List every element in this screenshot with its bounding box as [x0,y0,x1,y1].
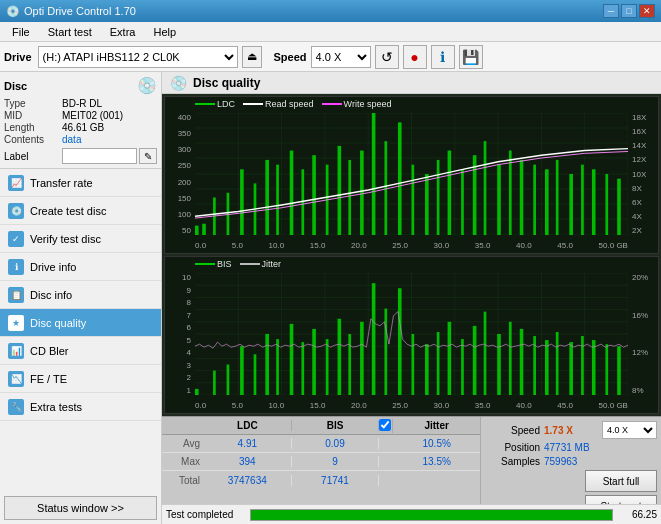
minimize-button[interactable]: ─ [603,4,619,18]
menu-help[interactable]: Help [145,24,184,40]
extra-tests-icon: 🔧 [8,399,24,415]
disc-info-icon: 📋 [8,287,24,303]
svg-rect-106 [569,342,573,395]
svg-rect-96 [448,322,452,395]
disc-quality-icon: ★ [8,315,24,331]
disc-label-input[interactable] [62,148,137,164]
sidebar-item-cd-bler[interactable]: 📊 CD Bler [0,337,161,365]
legend-read-speed: Read speed [243,99,314,109]
svg-rect-85 [312,329,316,395]
legend-write-speed: Write speed [322,99,392,109]
svg-rect-54 [617,179,621,235]
length-label: Length [4,122,62,133]
sidebar-item-fe-te[interactable]: 📉 FE / TE [0,365,161,393]
bis-header: BIS [292,420,380,431]
toolbar: Drive (H:) ATAPI iHBS112 2 CL0K ⏏ Speed … [0,42,661,72]
chart-ldc: LDC Read speed Write speed 400 350 30 [164,96,659,254]
chart2-legend: BIS Jitter [195,259,281,269]
svg-rect-35 [384,141,387,235]
sidebar-item-create-test-disc[interactable]: 💿 Create test disc [0,197,161,225]
contents-value: data [62,134,81,145]
jitter-checkbox[interactable] [379,419,391,431]
status-bar: Test completed 66.25 [162,504,661,524]
svg-rect-49 [556,160,559,235]
disc-label-edit-button[interactable]: ✎ [139,148,157,164]
svg-rect-27 [290,151,294,235]
info-button[interactable]: ℹ [431,45,455,69]
sidebar-item-extra-tests[interactable]: 🔧 Extra tests [0,393,161,421]
svg-rect-50 [569,174,573,235]
save-button[interactable]: 💾 [459,45,483,69]
svg-rect-39 [437,160,440,235]
svg-rect-25 [265,160,269,235]
disc-label-label: Label [4,151,62,162]
status-text: Test completed [166,509,246,520]
sidebar-item-disc-quality[interactable]: ★ Disc quality [0,309,161,337]
legend-bis: BIS [195,259,232,269]
type-label: Type [4,98,62,109]
cd-bler-icon: 📊 [8,343,24,359]
speed-select[interactable]: 4.0 X 1.0 X 2.0 X 8.0 X [311,46,371,68]
drive-info-icon: ℹ [8,259,24,275]
svg-rect-46 [520,160,524,235]
status-window-button[interactable]: Status window >> [4,496,157,520]
start-full-button[interactable]: Start full [585,470,657,492]
speed-select-stat[interactable]: 4.0 X [602,421,657,439]
eject-button[interactable]: ⏏ [242,46,262,68]
svg-rect-89 [360,322,364,395]
svg-rect-37 [412,165,415,235]
record-button[interactable]: ● [403,45,427,69]
disc-quality-title: Disc quality [193,76,260,90]
svg-rect-95 [437,332,440,395]
svg-rect-84 [301,342,304,395]
jitter-header: Jitter [393,420,480,431]
disc-panel-icon: 💿 [137,76,157,95]
menu-start-test[interactable]: Start test [40,24,100,40]
sidebar-item-drive-info[interactable]: ℹ Drive info [0,253,161,281]
svg-rect-47 [533,165,536,235]
close-button[interactable]: ✕ [639,4,655,18]
max-label: Max [162,456,204,467]
menu-extra[interactable]: Extra [102,24,144,40]
ldc-total: 3747634 [204,475,292,486]
svg-rect-44 [497,165,501,235]
mid-value: MEIT02 (001) [62,110,123,121]
maximize-button[interactable]: □ [621,4,637,18]
sidebar-item-disc-info[interactable]: 📋 Disc info [0,281,161,309]
drive-select[interactable]: (H:) ATAPI iHBS112 2 CL0K [38,46,238,68]
svg-rect-32 [348,160,351,235]
svg-rect-88 [348,334,351,395]
svg-rect-93 [412,334,415,395]
sidebar-item-transfer-rate[interactable]: 📈 Transfer rate [0,169,161,197]
ldc-avg: 4.91 [204,438,292,449]
chart1-x-axis: 0.0 5.0 10.0 15.0 20.0 25.0 30.0 35.0 40… [195,237,628,253]
chart-bis: BIS Jitter 10 9 8 7 6 5 4 3 [164,256,659,414]
speed-value-stat: 1.73 X [544,425,598,436]
svg-rect-104 [545,340,549,395]
svg-rect-102 [520,329,524,395]
create-test-disc-icon: 💿 [8,203,24,219]
svg-rect-76 [195,389,199,395]
chart2-y-axis-right: 20% 16% 12% 8% [630,273,658,395]
svg-rect-34 [372,113,376,235]
bis-avg: 0.09 [292,438,380,449]
svg-rect-38 [425,174,429,235]
svg-rect-80 [254,354,257,395]
svg-rect-82 [276,339,279,395]
svg-rect-97 [461,339,464,395]
svg-rect-40 [448,151,452,235]
app-title: 💿 Opti Drive Control 1.70 [6,5,136,18]
menu-file[interactable]: File [4,24,38,40]
svg-rect-99 [484,312,487,395]
contents-label: Contents [4,134,62,145]
sidebar-item-verify-test-disc[interactable]: ✓ Verify test disc [0,225,161,253]
svg-rect-87 [338,319,342,395]
refresh-button[interactable]: ↺ [375,45,399,69]
svg-rect-20 [202,224,206,235]
svg-rect-41 [461,169,464,235]
progress-value: 66.25 [617,509,657,520]
svg-rect-43 [484,141,487,235]
progress-bar-fill [251,510,612,520]
chart1-legend: LDC Read speed Write speed [195,99,391,109]
avg-label: Avg [162,438,204,449]
